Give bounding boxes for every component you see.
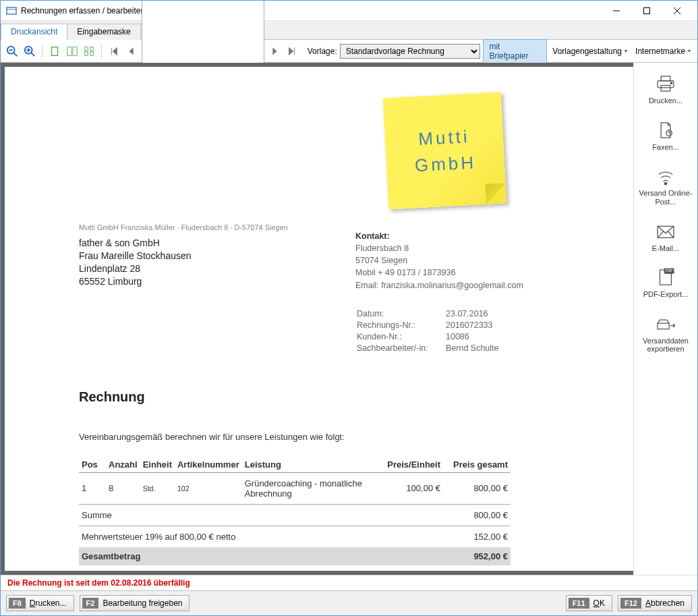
minimize-button[interactable] <box>601 1 631 20</box>
svg-rect-0 <box>7 7 16 14</box>
svg-point-16 <box>664 183 666 185</box>
svg-text:PDF: PDF <box>666 269 672 273</box>
internetmarke-button[interactable]: Internetmarke▾ <box>633 45 693 58</box>
svg-rect-8 <box>90 47 94 50</box>
export-shipping-button[interactable]: Versanddaten exportieren <box>635 310 696 360</box>
overdue-warning: Die Rechnung ist seit dem 02.08.2016 übe… <box>1 575 697 590</box>
meta-block: Datum:23.07.2016 Rechnungs-Nr.:201607233… <box>355 308 500 355</box>
pdf-icon: PDF <box>654 267 677 287</box>
print-button[interactable]: Drucken... <box>635 69 696 112</box>
toolbar: Vorlage: Standardvorlage Rechnung mit Br… <box>1 40 697 63</box>
vorlage-select[interactable]: Standardvorlage Rechnung <box>340 44 481 59</box>
svg-rect-4 <box>51 47 57 55</box>
action-sidebar: Drucken... Faxen... Versand Online-Post.… <box>633 63 697 575</box>
logo-sticky: MuttiGmbH <box>383 92 506 210</box>
email-icon <box>654 221 677 242</box>
preview-scroll[interactable]: MuttiGmbH Mutti GmbH Franziska Müller · … <box>5 67 633 571</box>
invoice-page: MuttiGmbH Mutti GmbH Franziska Müller · … <box>18 75 571 571</box>
contact-block: Kontakt: Fludersbach 8 57074 Siegen Mobi… <box>355 230 523 291</box>
svg-rect-13 <box>661 86 670 92</box>
prev-page-button[interactable] <box>124 44 139 59</box>
briefpapier-toggle[interactable]: mit Briefpapier <box>483 39 547 63</box>
vorlage-label: Vorlage: <box>308 47 337 56</box>
vorlagengestaltung-button[interactable]: Vorlagengestaltung▾ <box>550 45 630 58</box>
line-items-table: Pos Anzahl Einheit Artikelnummer Leistun… <box>79 457 511 565</box>
window-title: Rechnungen erfassen / bearbeiten <box>21 6 601 16</box>
preview-pane: MuttiGmbH Mutti GmbH Franziska Müller · … <box>1 63 633 575</box>
svg-point-14 <box>670 82 672 84</box>
intro-text: Vereinbarungsgemäß berechnen wir für uns… <box>79 432 511 442</box>
page-multi-icon[interactable] <box>82 44 96 59</box>
online-post-button[interactable]: Versand Online-Post... <box>635 162 696 213</box>
tabbar: Druckansicht Eingabemaske Erweitert <box>1 21 697 40</box>
tab-druckansicht[interactable]: Druckansicht <box>1 24 67 40</box>
first-page-button[interactable] <box>107 44 121 59</box>
table-row: 1 8 Std. 102 Gründercoaching - monatlich… <box>79 472 511 504</box>
page-single-icon[interactable] <box>47 44 62 59</box>
svg-rect-1 <box>643 7 649 13</box>
printer-icon <box>654 74 677 94</box>
svg-rect-5 <box>67 47 71 55</box>
f11-ok-button[interactable]: F11OK <box>566 595 612 611</box>
f12-cancel-button[interactable]: F12Abbrechen <box>618 595 692 611</box>
wifi-icon <box>654 166 677 186</box>
email-button[interactable]: E-Mail... <box>635 217 696 260</box>
last-page-button[interactable] <box>285 44 299 59</box>
document-title: Rechnung <box>79 389 511 405</box>
tab-eingabemaske[interactable]: Eingabemaske <box>67 24 140 40</box>
svg-rect-6 <box>72 47 76 55</box>
fax-icon <box>654 120 677 140</box>
f8-print-button[interactable]: F8Drucken... <box>6 595 74 611</box>
close-button[interactable] <box>662 1 692 20</box>
next-page-button[interactable] <box>267 44 282 59</box>
svg-rect-9 <box>85 51 88 55</box>
maximize-button[interactable] <box>631 1 662 20</box>
svg-rect-11 <box>661 76 670 81</box>
export-icon <box>654 314 677 334</box>
titlebar: Rechnungen erfassen / bearbeiten <box>1 1 697 21</box>
page-double-icon[interactable] <box>65 44 80 59</box>
pdf-export-button[interactable]: PDF PDF-Export... <box>635 263 696 306</box>
svg-rect-7 <box>85 47 88 50</box>
bottom-button-bar: F8Drucken... F2Bearbeitung freigeben F11… <box>1 590 697 615</box>
zoom-in-button[interactable] <box>22 44 37 59</box>
app-icon <box>6 5 17 16</box>
svg-point-15 <box>666 130 672 136</box>
fax-button[interactable]: Faxen... <box>635 116 696 159</box>
f2-edit-button[interactable]: F2Bearbeitung freigeben <box>80 595 190 611</box>
svg-rect-10 <box>90 51 94 55</box>
zoom-out-button[interactable] <box>5 44 20 59</box>
f8-rest: rucken... <box>36 598 67 608</box>
